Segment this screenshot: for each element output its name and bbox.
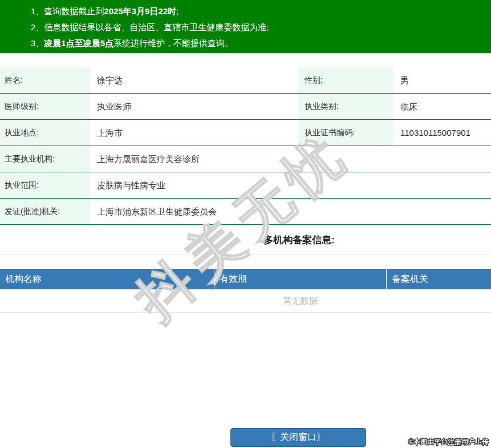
- filing-section-title: 多机构备案信息:: [263, 233, 335, 247]
- table-row-location-certificate: 执业地点: 上海市 执业证书编码: 110310115007901: [0, 120, 491, 146]
- field-value-name: 徐宇达: [90, 67, 298, 93]
- notice-text: ;: [176, 6, 178, 16]
- filing-table-header: 机构名称 有效期 备案机关: [0, 269, 491, 289]
- column-header-validity-period: 有效期: [214, 269, 386, 289]
- table-row-main-institution: 主要执业机构: 上海方晟丽嘉医疗美容诊所: [0, 146, 491, 172]
- field-value-practice-location: 上海市: [90, 120, 298, 146]
- upload-credit-text: ©本图由平台注册用户上传: [408, 437, 489, 447]
- practitioner-info-table: 姓名: 徐宇达 性别: 男 医师级别: 执业医师 执业类别: 临床 执业地点: …: [0, 67, 491, 225]
- field-label-practice-location: 执业地点:: [0, 120, 90, 146]
- field-value-practice-category: 临床: [393, 94, 491, 119]
- field-label-name: 姓名:: [0, 67, 90, 93]
- notice-bold-text: 凌晨1点至凌晨5点: [44, 38, 113, 48]
- field-value-issuing-authority: 上海市浦东新区卫生健康委员会: [90, 199, 491, 224]
- notice-banner: 1、查询数据截止到2025年3月9日22时; 2、信息数据结果以各省、自治区、直…: [0, 0, 491, 53]
- column-header-filing-authority: 备案机关: [386, 269, 491, 289]
- field-label-practice-scope: 执业范围:: [0, 172, 90, 198]
- field-value-main-institution: 上海方晟丽嘉医疗美容诊所: [90, 146, 491, 172]
- notice-line-1: 1、查询数据截止到2025年3月9日22时;: [31, 3, 491, 19]
- notice-text: 1、查询数据截止到: [31, 6, 104, 16]
- spacer: [0, 255, 491, 269]
- practitioner-query-result-page: 1、查询数据截止到2025年3月9日22时; 2、信息数据结果以各省、自治区、直…: [0, 0, 491, 448]
- field-label-practice-category: 执业类别:: [298, 94, 393, 119]
- notice-text: 系统进行维护，不能提供查询。: [113, 38, 233, 48]
- field-label-gender: 性别:: [298, 67, 393, 93]
- field-value-gender: 男: [393, 67, 491, 93]
- field-value-practice-scope: 皮肤病与性病专业: [90, 172, 491, 198]
- notice-text: 3、: [31, 38, 44, 48]
- field-value-certificate-number: 110310115007901: [393, 120, 491, 146]
- field-label-issuing-authority: 发证(批准)机关:: [0, 199, 90, 224]
- no-data-text: 暂无数据: [283, 296, 318, 306]
- field-value-doctor-level: 执业医师: [90, 94, 298, 119]
- notice-bold-text: 2025年3月9日22时: [104, 6, 176, 16]
- notice-line-3: 3、凌晨1点至凌晨5点系统进行维护，不能提供查询。: [31, 35, 491, 51]
- table-row-level-category: 医师级别: 执业医师 执业类别: 临床: [0, 94, 491, 120]
- field-label-main-institution: 主要执业机构:: [0, 146, 90, 172]
- table-row-name-gender: 姓名: 徐宇达 性别: 男: [0, 67, 491, 94]
- table-row-practice-scope: 执业范围: 皮肤病与性病专业: [0, 172, 491, 199]
- notice-line-2: 2、信息数据结果以各省、自治区、直辖市卫生健康委数据为准;: [31, 19, 491, 35]
- filing-section-title-row: 多机构备案信息:: [0, 225, 491, 255]
- field-label-doctor-level: 医师级别:: [0, 94, 90, 119]
- field-label-certificate-number: 执业证书编码:: [298, 120, 393, 146]
- close-window-button[interactable]: 〖关闭窗口〗: [230, 428, 366, 447]
- table-row-issuing-authority: 发证(批准)机关: 上海市浦东新区卫生健康委员会: [0, 199, 491, 225]
- filing-table-empty-row: 暂无数据: [0, 289, 491, 313]
- column-header-institution-name: 机构名称: [0, 269, 214, 289]
- notice-text: 2、信息数据结果以各省、自治区、直辖市卫生健康委数据为准;: [31, 22, 269, 32]
